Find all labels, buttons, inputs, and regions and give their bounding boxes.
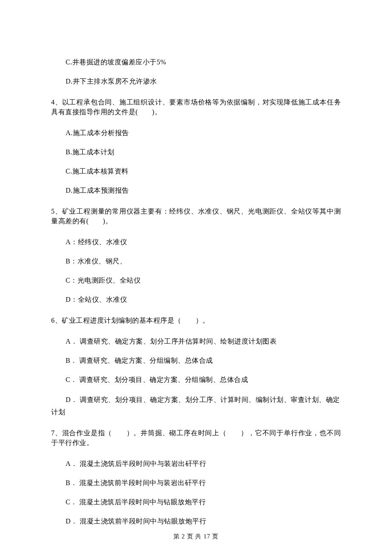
q7-option-c: C． 混凝土浇筑后半段时间中与钻眼放炮平行 (51, 497, 341, 507)
q5-option-c: C：光电测距仪、全站仪 (51, 275, 341, 285)
q3-option-c: C.井巷掘进的坡度偏差应小于5% (51, 57, 341, 67)
q6-option-d-line2: 计划 (51, 407, 341, 417)
q4-option-d: D.施工成本预测报告 (51, 185, 341, 195)
q5-option-a: A：经纬仪、水准仪 (51, 237, 341, 247)
q7-option-b: B． 混凝土浇筑前半段时间中与装岩出矸平行 (51, 478, 341, 488)
q6-stem: 6、矿业工程进度计划编制的基本程序是（ ）。 (51, 315, 341, 325)
q4-option-a: A.施工成本分析报告 (51, 128, 341, 138)
q6-option-a: A． 调查研究、确定方案、划分工序并估算时间、绘制进度计划图表 (51, 336, 341, 346)
q3-option-d: D.井下主排水泵房不允许渗水 (51, 76, 341, 86)
q7-option-a: A． 混凝土浇筑后半段时间中与装岩出矸平行 (51, 459, 341, 468)
q5-option-d: D：全站仪、水准仪 (51, 295, 341, 304)
q5-option-b: B：水准仪、钢尺、 (51, 256, 341, 266)
page: C.井巷掘进的坡度偏差应小于5% D.井下主排水泵房不允许渗水 4、以工程承包合… (0, 0, 392, 555)
q4-option-b: B.施工成本计划 (51, 147, 341, 157)
q4-option-c: C.施工成本核算资料 (51, 166, 341, 176)
q6-option-d-line1: D． 调查研究、划分项目、确定方案、划分工序、计算时间、编制计划、审查计划、确定 (51, 395, 341, 405)
q6-option-c: C． 调查研究、划分项目、确定方案、分组编制、总体合成 (51, 375, 341, 384)
q5-stem: 5、矿业工程测量的常用仪器主要有：经纬仪、水准仪、钢尺、光电测距仪、全站仪等其中… (51, 206, 341, 226)
q4-stem: 4、以工程承包合同、施工组织设计、要素市场价格等为依据编制，对实现降低施工成本任… (51, 97, 341, 117)
q7-stem: 7、混合作业是指（ ）。井筒掘、砌工序在时间上（ ），它不同于单行作业，也不同于… (51, 428, 341, 448)
q6-option-b: B． 调查研究、确定方案、分组编制、总体合成 (51, 356, 341, 365)
q7-option-d: D． 混凝土浇筑前半段时间中与钻眼放炮平行 (51, 516, 341, 526)
page-footer: 第 2 页 共 17 页 (0, 533, 392, 541)
